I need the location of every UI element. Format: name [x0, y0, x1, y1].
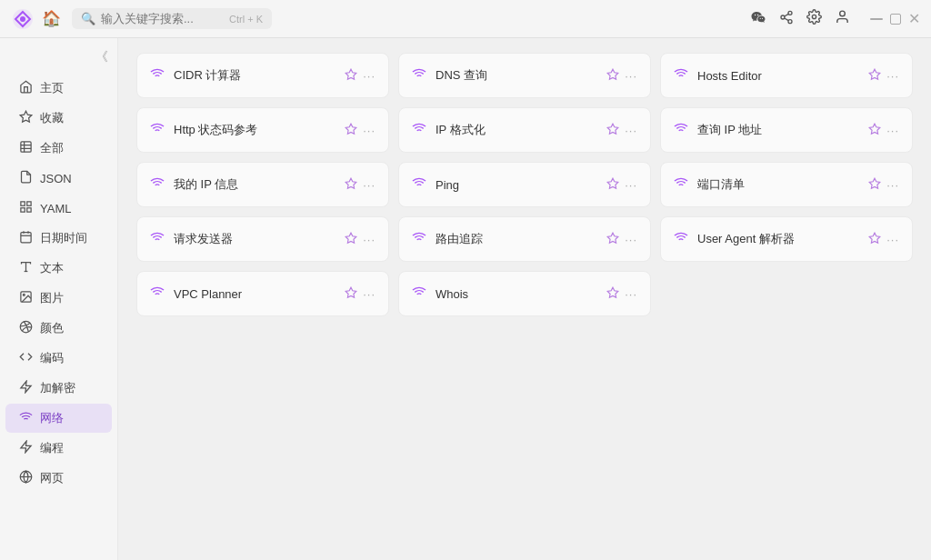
- tool-more-cidr[interactable]: ···: [363, 69, 375, 83]
- svg-marker-29: [607, 69, 618, 79]
- sidebar-icon-encode: [18, 350, 33, 366]
- tool-name-whois: Whois: [435, 287, 597, 301]
- tool-name-reqsender: 请求发送器: [174, 231, 335, 247]
- tool-more-reqsender[interactable]: ···: [363, 233, 375, 246]
- tool-card-http[interactable]: Http 状态码参考 ···: [136, 107, 389, 153]
- svg-marker-37: [345, 233, 356, 243]
- tool-card-whois[interactable]: Whois ···: [398, 271, 651, 316]
- svg-rect-10: [20, 142, 30, 152]
- tool-name-http: Http 状态码参考: [174, 122, 335, 138]
- tool-star-useragent[interactable]: [868, 232, 881, 247]
- sidebar-item-home[interactable]: 主页: [5, 74, 112, 103]
- svg-point-3: [781, 15, 785, 19]
- tool-star-whois[interactable]: [606, 286, 619, 302]
- svg-rect-11: [20, 202, 24, 205]
- tool-more-tracert[interactable]: ···: [625, 233, 637, 246]
- tool-more-hosts[interactable]: ···: [886, 69, 899, 83]
- sidebar-icon-image: [18, 290, 33, 306]
- tool-star-queryip[interactable]: [868, 123, 881, 138]
- sidebar-item-programming[interactable]: 编程: [5, 434, 112, 463]
- tool-more-vpcplanner[interactable]: ···: [363, 287, 375, 301]
- tool-star-http[interactable]: [345, 123, 357, 138]
- tool-card-portlist[interactable]: 端口清单 ···: [660, 162, 913, 207]
- tool-star-portlist[interactable]: [868, 177, 881, 193]
- tool-star-cidr[interactable]: [345, 68, 357, 84]
- tool-icon-hosts: [674, 66, 688, 85]
- svg-point-8: [840, 11, 846, 16]
- sidebar-icon-crypto: [18, 380, 33, 396]
- sidebar-label-home: 主页: [40, 80, 64, 96]
- sidebar-icon-programming: [18, 440, 33, 456]
- tool-more-useragent[interactable]: ···: [886, 233, 899, 246]
- tool-icon-myip: [150, 175, 165, 194]
- tool-card-vpcplanner[interactable]: VPC Planner ···: [136, 271, 389, 316]
- tool-card-ping[interactable]: Ping ···: [398, 162, 651, 207]
- tool-name-hosts: Hosts Editor: [697, 69, 859, 83]
- tool-icon-ipformat: [412, 121, 426, 139]
- tool-star-dns[interactable]: [606, 68, 619, 84]
- profile-icon[interactable]: [835, 9, 850, 28]
- sidebar-label-crypto: 加解密: [40, 380, 75, 396]
- tool-name-portlist: 端口清单: [697, 176, 859, 193]
- tool-star-tracert[interactable]: [606, 232, 619, 247]
- sidebar-item-text[interactable]: 文本: [5, 254, 112, 283]
- minimize-button[interactable]: [870, 18, 883, 20]
- tool-star-ipformat[interactable]: [606, 123, 619, 138]
- tool-card-reqsender[interactable]: 请求发送器 ···: [136, 216, 389, 262]
- sidebar-item-favorites[interactable]: 收藏: [5, 104, 112, 133]
- tool-star-vpcplanner[interactable]: [345, 286, 357, 302]
- sidebar-item-all[interactable]: 全部: [5, 134, 112, 163]
- tool-card-useragent[interactable]: User Agent 解析器 ···: [660, 216, 913, 262]
- tool-icon-vpcplanner: [150, 285, 165, 303]
- tool-more-ipformat[interactable]: ···: [625, 124, 637, 137]
- tool-more-whois[interactable]: ···: [625, 287, 637, 301]
- tool-name-myip: 我的 IP 信息: [174, 176, 335, 193]
- wechat-icon[interactable]: [750, 9, 766, 29]
- sidebar-item-image[interactable]: 图片: [5, 284, 112, 313]
- sidebar-item-yaml[interactable]: YAML: [5, 194, 112, 223]
- svg-marker-38: [607, 233, 618, 243]
- tool-more-myip[interactable]: ···: [363, 178, 375, 192]
- sidebar-item-json[interactable]: JSON: [5, 164, 112, 193]
- tool-name-cidr: CIDR 计算器: [174, 67, 335, 84]
- tool-card-tracert[interactable]: 路由追踪 ···: [398, 216, 651, 262]
- sidebar-item-datetime[interactable]: 日期时间: [5, 224, 112, 253]
- tool-star-myip[interactable]: [345, 177, 357, 193]
- sidebar-item-crypto[interactable]: 加解密: [5, 374, 112, 403]
- home-button[interactable]: 🏠: [42, 9, 61, 28]
- tool-more-portlist[interactable]: ···: [886, 178, 899, 192]
- tool-star-reqsender[interactable]: [345, 232, 357, 247]
- svg-marker-34: [345, 178, 356, 188]
- settings-icon[interactable]: [806, 9, 822, 28]
- maximize-button[interactable]: [890, 14, 901, 25]
- tool-icon-useragent: [674, 230, 688, 248]
- tool-card-myip[interactable]: 我的 IP 信息 ···: [136, 162, 389, 207]
- tool-more-queryip[interactable]: ···: [886, 124, 899, 137]
- tool-card-dns[interactable]: DNS 查询 ···: [398, 53, 651, 98]
- sidebar-label-text: 文本: [40, 260, 64, 276]
- tool-card-ipformat[interactable]: IP 格式化 ···: [398, 107, 651, 153]
- tool-actions-ipformat: ···: [606, 123, 637, 138]
- tool-icon-http: [150, 121, 165, 139]
- tool-card-cidr[interactable]: CIDR 计算器 ···: [136, 53, 389, 98]
- content-area: CIDR 计算器 ··· DNS 查询 ··· Hosts Editor ···…: [118, 38, 931, 560]
- tool-more-ping[interactable]: ···: [625, 178, 637, 192]
- tools-grid: CIDR 计算器 ··· DNS 查询 ··· Hosts Editor ···…: [136, 53, 913, 316]
- sidebar-collapse-button[interactable]: 《: [95, 49, 108, 65]
- tool-more-http[interactable]: ···: [363, 124, 375, 137]
- sidebar-item-encode[interactable]: 编码: [5, 344, 112, 373]
- tool-card-hosts[interactable]: Hosts Editor ···: [660, 53, 913, 98]
- svg-line-6: [785, 14, 789, 16]
- search-bar[interactable]: 🔍 Ctrl + K: [72, 8, 272, 29]
- share-icon[interactable]: [779, 10, 794, 28]
- tool-card-queryip[interactable]: 查询 IP 地址 ···: [660, 107, 913, 153]
- sidebar-item-color[interactable]: 颜色: [5, 314, 112, 343]
- tool-more-dns[interactable]: ···: [625, 69, 637, 83]
- tool-star-hosts[interactable]: [868, 68, 881, 84]
- sidebar-item-web[interactable]: 网页: [5, 464, 112, 493]
- tool-actions-vpcplanner: ···: [345, 286, 375, 302]
- search-input[interactable]: [101, 12, 210, 25]
- sidebar-item-network[interactable]: 网络: [5, 404, 112, 433]
- tool-star-ping[interactable]: [606, 177, 619, 193]
- close-button[interactable]: ✕: [908, 12, 920, 26]
